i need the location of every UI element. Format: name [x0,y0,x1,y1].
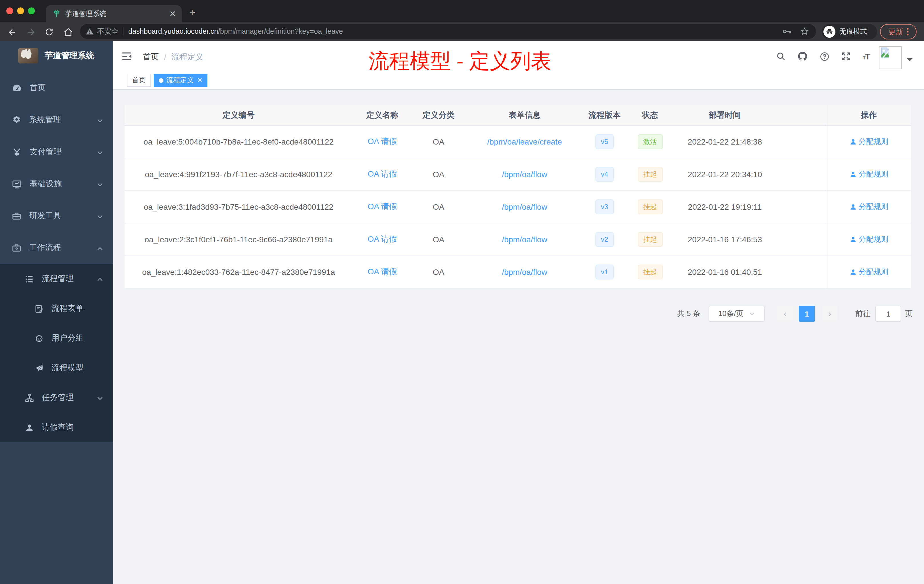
goto-page-input[interactable]: 1 [875,306,901,322]
column-header: 定义编号 [125,110,353,120]
sidebar-item-home[interactable]: 首页 [0,72,113,104]
cell-definition-name-link[interactable]: OA 请假 [353,202,412,212]
cell-form-link[interactable]: /bpm/oa/flow [465,267,584,277]
pagination-total: 共 5 条 [677,306,700,322]
sidebar-item-workflow[interactable]: 工作流程 [0,232,113,264]
help-icon[interactable] [820,51,830,61]
forward-button[interactable] [23,25,38,40]
minimize-window-button[interactable] [17,7,24,14]
tag-close-icon[interactable]: ✕ [197,77,202,84]
cell-definition-name-link[interactable]: OA 请假 [353,234,412,244]
cell-definition-id: oa_leave:3:1fad3d93-7b75-11ec-a3c8-acde4… [125,202,353,211]
breadcrumb-home[interactable]: 首页 [143,52,159,62]
pagination: 共 5 条 10条/页 ‹ 1 › 前往 1 页 [113,306,924,322]
cell-form-link[interactable]: /bpm/oa/flow [465,170,584,179]
sidebar-item-payment[interactable]: 支付管理 [0,136,113,168]
page-size-select[interactable]: 10条/页 [709,306,765,322]
url-text[interactable]: dashboard.yudao.iocoder.cn/bpm/manager/d… [128,27,782,35]
assign-rule-link[interactable]: 分配规则 [850,234,888,244]
column-header: 状态 [625,110,675,120]
cell-action: 分配规则 [827,267,911,277]
sidebar-item-process-management[interactable]: 流程管理 [0,264,113,294]
update-button[interactable]: 更新 [880,24,917,40]
incognito-badge[interactable]: 无痕模式 [822,24,877,40]
home-button[interactable] [61,25,76,40]
new-tab-button[interactable]: + [189,6,195,19]
org-tree-icon [25,393,34,402]
avatar-caret-icon[interactable] [907,58,912,64]
font-size-icon[interactable]: тT [863,51,870,61]
github-icon[interactable] [797,51,808,62]
url-separator [122,27,123,35]
cell-form-link[interactable]: /bpm/oa/leave/create [465,137,584,146]
assign-rule-label: 分配规则 [858,202,888,212]
user-icon [850,269,856,276]
tag-process-definition[interactable]: 流程定义✕ [154,74,208,87]
sidebar-menu: 首页 系统管理 支付管理 基础设施 研发工具 [0,72,113,442]
assign-rule-link[interactable]: 分配规则 [850,169,888,180]
version-tag: v2 [595,232,614,247]
tag-home[interactable]: 首页 [127,74,151,87]
yen-icon [12,147,22,157]
security-label[interactable]: 不安全 [97,26,119,36]
sidebar-item-label: 流程表单 [51,304,83,314]
cell-version: v3 [584,200,625,214]
cell-deploy-time: 2022-01-22 19:19:11 [675,202,775,211]
sidebar-item-process-form[interactable]: 流程表单 [0,294,113,323]
close-window-button[interactable] [6,7,13,14]
status-tag: 挂起 [637,167,663,182]
zoom-window-button[interactable] [28,7,35,14]
sidebar-item-task-management[interactable]: 任务管理 [0,383,113,412]
bookmark-star-icon[interactable] [800,27,809,36]
fullscreen-icon[interactable] [842,51,851,61]
chevron-down-icon [97,149,104,156]
sidebar-submenu-workflow: 流程管理 流程表单 用户分组 流程模型 任务管理 [0,264,113,442]
cell-status: 挂起 [625,200,675,214]
current-page-button[interactable]: 1 [799,306,815,322]
next-page-button[interactable]: › [822,306,838,322]
cell-form-link[interactable]: /bpm/oa/flow [465,235,584,244]
cell-definition-name-link[interactable]: OA 请假 [353,137,412,147]
sidebar-item-infrastructure[interactable]: 基础设施 [0,168,113,200]
browser-tab[interactable]: 芋道管理系统 ✕ [46,5,182,22]
sidebar-item-user-group[interactable]: 用户分组 [0,323,113,353]
assign-rule-link[interactable]: 分配规则 [850,202,888,212]
menu-dots-icon[interactable] [907,28,908,35]
cell-version: v4 [584,167,625,182]
search-icon[interactable] [776,51,786,61]
column-header: 操作 [827,110,911,120]
assign-rule-link[interactable]: 分配规则 [850,267,888,277]
status-tag: 挂起 [637,200,663,214]
column-header: 定义分类 [412,110,465,120]
sidebar-item-process-model[interactable]: 流程模型 [0,353,113,383]
cell-category: OA [412,267,465,277]
version-tag: v5 [595,134,614,149]
active-dot [159,78,163,82]
sidebar-item-leave-query[interactable]: 请假查询 [0,412,113,442]
cell-version: v2 [584,232,625,247]
breadcrumb-separator: / [164,53,166,62]
sidebar-logo[interactable]: 芋道管理系统 [0,41,113,70]
cell-version: v1 [584,265,625,279]
sidebar-item-label: 支付管理 [30,147,62,157]
reload-button[interactable] [42,25,56,40]
prev-page-button[interactable]: ‹ [777,306,793,322]
column-header: 流程版本 [584,110,625,120]
key-icon[interactable] [782,26,792,36]
sidebar-toggle-hamburger-icon[interactable] [121,51,132,62]
cell-definition-name-link[interactable]: OA 请假 [353,169,412,180]
assign-rule-link[interactable]: 分配规则 [850,137,888,147]
sidebar-item-devtools[interactable]: 研发工具 [0,200,113,232]
tab-close-icon[interactable]: ✕ [170,10,176,18]
user-icon [850,236,856,243]
cell-action: 分配规则 [827,202,911,212]
cell-definition-name-link[interactable]: OA 请假 [353,267,412,277]
tab-title: 芋道管理系统 [65,9,165,18]
sidebar-item-system[interactable]: 系统管理 [0,104,113,136]
cell-form-link[interactable]: /bpm/oa/flow [465,202,584,211]
url-bar[interactable]: 不安全 dashboard.yudao.iocoder.cn/bpm/manag… [80,24,816,39]
cell-deploy-time: 2022-01-16 01:40:51 [675,267,775,277]
version-tag: v3 [595,200,614,214]
avatar[interactable] [879,46,902,69]
back-button[interactable] [5,25,20,40]
